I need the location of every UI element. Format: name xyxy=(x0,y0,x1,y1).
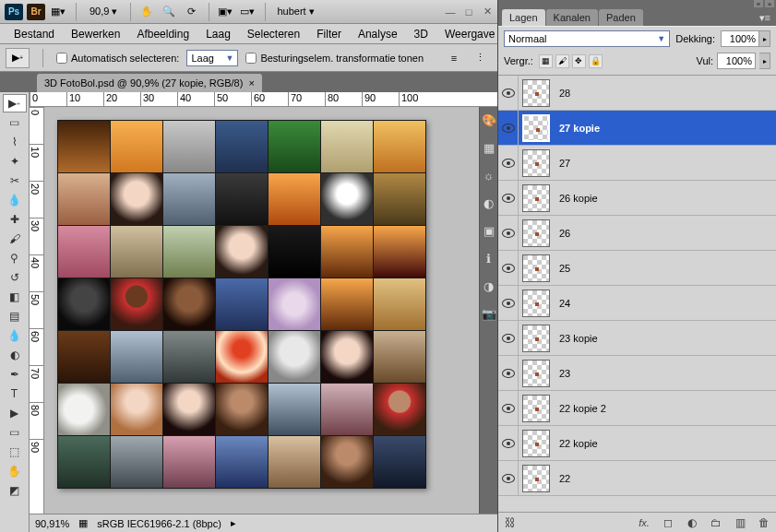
layer-visibility-toggle[interactable] xyxy=(498,216,519,250)
layer-thumbnail[interactable] xyxy=(522,290,550,317)
marquee-tool-icon[interactable]: ▭ xyxy=(3,113,27,132)
layer-name-label[interactable]: 27 xyxy=(554,158,570,169)
layer-row[interactable]: 26 xyxy=(498,216,776,251)
layer-name-label[interactable]: 23 xyxy=(554,368,570,379)
color-panel-icon[interactable]: 🎨 xyxy=(482,112,496,127)
new-layer-icon[interactable]: ▥ xyxy=(732,515,748,530)
distribute-icon[interactable]: ⋮ xyxy=(470,49,490,67)
opacity-input[interactable]: 100% xyxy=(721,30,759,47)
layer-list[interactable]: 2827 kopie2726 kopie26252423 kopie2322 k… xyxy=(498,75,776,512)
layer-fx-icon[interactable]: fx. xyxy=(636,515,652,530)
hand-tool-icon[interactable]: ✋ xyxy=(137,3,157,21)
lock-all-icon[interactable]: 🔒 xyxy=(589,54,603,68)
canvas-viewport[interactable] xyxy=(44,107,479,514)
layer-thumbnail[interactable] xyxy=(522,254,550,282)
layer-thumbnail[interactable] xyxy=(522,395,550,422)
view-extras-icon[interactable]: ▦▾ xyxy=(48,3,68,21)
layer-row[interactable]: 25 xyxy=(498,251,776,286)
quick-select-tool-icon[interactable]: ✦ xyxy=(3,152,27,171)
zoom-display[interactable]: 90,9 ▾ xyxy=(90,6,117,18)
color-swatch-icon[interactable]: ◩ xyxy=(3,481,27,500)
layer-row[interactable]: 26 kopie xyxy=(498,181,776,216)
layer-visibility-toggle[interactable] xyxy=(498,391,519,425)
tab-lagen[interactable]: Lagen xyxy=(502,9,545,26)
dodge-tool-icon[interactable]: ◐ xyxy=(3,346,27,364)
close-icon[interactable]: ✕ xyxy=(481,6,494,18)
layer-thumbnail[interactable] xyxy=(522,430,550,457)
eyedropper-tool-icon[interactable]: 💧 xyxy=(3,191,27,209)
panel-close-icon[interactable]: × xyxy=(765,0,774,7)
layer-visibility-toggle[interactable] xyxy=(498,356,519,390)
pen-tool-icon[interactable]: ✒ xyxy=(3,365,27,384)
layer-row[interactable]: 22 kopie xyxy=(498,426,776,461)
layer-thumbnail[interactable] xyxy=(522,79,550,107)
layer-name-label[interactable]: 26 xyxy=(554,228,570,239)
lock-transparency-icon[interactable]: ▦ xyxy=(539,54,553,68)
layer-thumbnail[interactable] xyxy=(522,465,550,492)
stamp-tool-icon[interactable]: ⚲ xyxy=(3,249,27,267)
layer-visibility-toggle[interactable] xyxy=(498,146,519,180)
ps-app-icon[interactable]: Ps xyxy=(4,3,24,21)
status-profile[interactable]: sRGB IEC61966-2.1 (8bpc) xyxy=(97,518,221,529)
layer-row[interactable]: 22 xyxy=(498,461,776,496)
rotate-view-icon[interactable]: ⟳ xyxy=(181,3,201,21)
menu-filter[interactable]: Filter xyxy=(308,26,350,42)
layer-row[interactable]: 23 kopie xyxy=(498,321,776,356)
blur-tool-icon[interactable]: 💧 xyxy=(3,326,27,345)
layer-row[interactable]: 28 xyxy=(498,76,776,111)
layer-thumbnail[interactable] xyxy=(522,114,550,142)
history-brush-icon[interactable]: ↺ xyxy=(3,268,27,287)
group-icon[interactable]: 🗀 xyxy=(708,515,724,530)
3d-panel-icon[interactable]: 📷 xyxy=(482,306,496,321)
layer-thumbnail[interactable] xyxy=(522,149,550,177)
opacity-flyout-icon[interactable]: ▸ xyxy=(759,30,770,47)
menu-analyse[interactable]: Analyse xyxy=(350,26,406,42)
layer-row[interactable]: 23 xyxy=(498,356,776,391)
auto-select-checkbox[interactable]: Automatisch selecteren: xyxy=(56,53,179,64)
menu-3d[interactable]: 3D xyxy=(406,26,436,42)
layer-row[interactable]: 24 xyxy=(498,286,776,321)
layer-visibility-toggle[interactable] xyxy=(498,426,519,460)
screen-mode-icon[interactable]: ▭▾ xyxy=(237,3,257,21)
masks-panel-icon[interactable]: ▣ xyxy=(482,223,496,238)
layer-visibility-toggle[interactable] xyxy=(498,461,519,495)
align-icon[interactable]: ≡ xyxy=(444,49,464,67)
layer-thumbnail[interactable] xyxy=(522,184,550,212)
layer-row[interactable]: 27 kopie xyxy=(498,111,776,146)
layer-name-label[interactable]: 26 kopie xyxy=(554,193,598,204)
layer-visibility-toggle[interactable] xyxy=(498,321,519,355)
panel-menu-icon[interactable]: ▾≡ xyxy=(754,10,776,26)
layer-thumbnail[interactable] xyxy=(522,360,550,387)
lock-position-icon[interactable]: ✥ xyxy=(572,54,586,68)
layer-name-label[interactable]: 25 xyxy=(554,263,570,274)
histogram-panel-icon[interactable]: ◑ xyxy=(482,278,496,293)
current-tool-icon[interactable]: ▶+ xyxy=(6,48,30,68)
document-tab[interactable]: 3D FotoBol.psd @ 90,9% (27 kopie, RGB/8)… xyxy=(37,74,262,92)
zoom-tool-icon[interactable]: 🔍 xyxy=(159,3,179,21)
layer-name-label[interactable]: 22 kopie 2 xyxy=(554,403,606,414)
fill-input[interactable]: 100% xyxy=(717,53,756,69)
menu-afbeelding[interactable]: Afbeelding xyxy=(128,26,197,42)
adjustments-panel-icon[interactable]: ◐ xyxy=(482,195,496,210)
maximize-icon[interactable]: □ xyxy=(462,6,475,18)
layer-row[interactable]: 27 xyxy=(498,146,776,181)
delete-layer-icon[interactable]: 🗑 xyxy=(756,515,772,530)
artboard[interactable] xyxy=(57,120,426,489)
lock-pixels-icon[interactable]: 🖌 xyxy=(555,54,569,68)
layer-name-label[interactable]: 23 kopie xyxy=(554,333,598,344)
layer-name-label[interactable]: 24 xyxy=(554,298,570,309)
path-select-icon[interactable]: ▶ xyxy=(3,404,27,422)
crop-tool-icon[interactable]: ✂ xyxy=(3,171,27,190)
layer-name-label[interactable]: 22 kopie xyxy=(554,438,598,449)
layer-visibility-toggle[interactable] xyxy=(498,251,519,285)
minimize-icon[interactable]: — xyxy=(444,6,457,18)
type-tool-icon[interactable]: T xyxy=(3,384,27,403)
arrange-docs-icon[interactable]: ▣▾ xyxy=(215,3,235,21)
bridge-icon[interactable]: Br xyxy=(26,3,46,21)
tab-paden[interactable]: Paden xyxy=(599,9,643,26)
tab-close-icon[interactable]: × xyxy=(248,77,254,89)
layer-name-label[interactable]: 28 xyxy=(554,88,570,99)
3d-tool-icon[interactable]: ⬚ xyxy=(3,443,27,461)
layer-mask-icon[interactable]: ◻ xyxy=(660,515,676,530)
eraser-tool-icon[interactable]: ◧ xyxy=(3,288,27,306)
